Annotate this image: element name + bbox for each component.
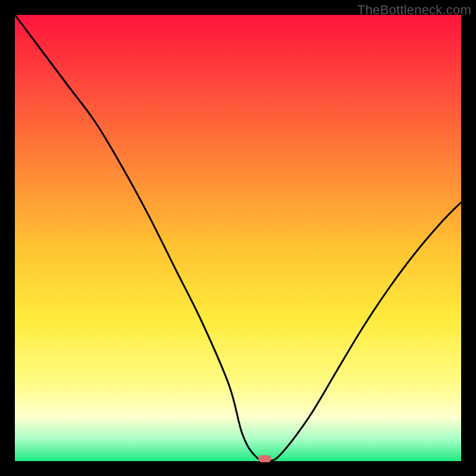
optimum-marker [258,455,271,462]
bottleneck-curve [15,15,461,461]
watermark-text: TheBottleneck.com [357,2,471,18]
chart-frame: TheBottleneck.com [0,0,476,476]
plot-area [15,15,461,461]
